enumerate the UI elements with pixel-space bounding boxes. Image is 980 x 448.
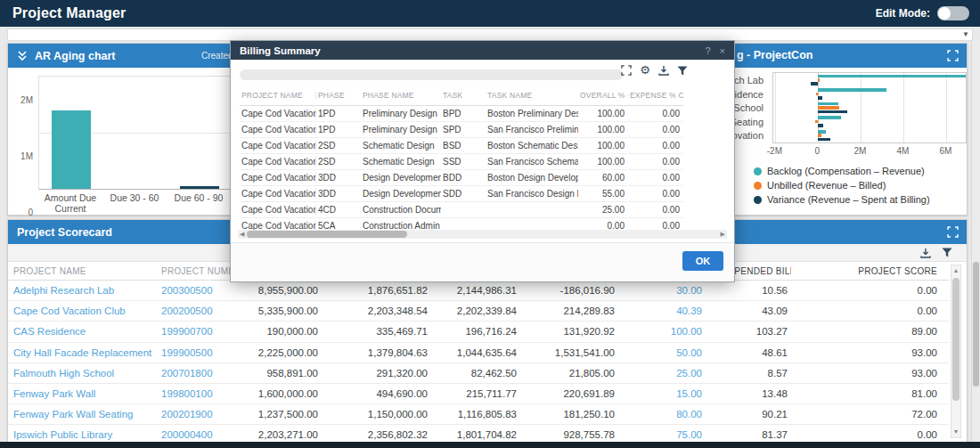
help-icon[interactable]: ? <box>705 45 710 56</box>
table-row[interactable]: Cape Cod Vacation Club2002005005,335,900… <box>8 301 949 322</box>
filter-icon[interactable] <box>942 248 952 257</box>
value-cell: 2,202,339.84 <box>431 305 520 316</box>
table-row[interactable]: City Hall Facade Replacement1999005002,2… <box>8 343 949 363</box>
value-cell: 81.37 <box>706 429 791 440</box>
project-number-link[interactable]: 199900700 <box>156 326 233 337</box>
expand-icon[interactable] <box>621 65 632 76</box>
scorecard-table-body: Adelphi Research Lab2003005008,955,900.0… <box>8 281 949 446</box>
scroll-down-icon[interactable]: ▼ <box>951 428 960 436</box>
modal-horizontal-scrollbar[interactable]: ◀ ▶ <box>238 230 727 239</box>
value-cell: 1,600,000.00 <box>233 388 322 399</box>
value-cell: 0.00 <box>791 429 941 440</box>
table-row[interactable]: Adelphi Research Lab2003005008,955,900.0… <box>8 281 949 301</box>
bar <box>818 130 825 134</box>
scrollbar-thumb[interactable] <box>952 278 960 401</box>
modal-column-headers: PROJECT NAMEPHASEPHASE NAMETASKTASK NAME… <box>240 86 683 106</box>
value-cell: 3DD <box>316 173 361 183</box>
project-number-link[interactable]: 200701800 <box>156 368 233 379</box>
bar <box>180 186 219 189</box>
x-category-label: Due 30 - 60 <box>102 192 167 214</box>
modal-titlebar[interactable]: Billing Summary ? × <box>231 41 734 60</box>
billing-panel-title: g - ProjectCon <box>737 44 813 68</box>
download-icon[interactable] <box>920 248 931 258</box>
column-header: OVERALL % COMPLETE <box>578 92 628 100</box>
table-row[interactable]: Cape Cod Vacation Club2SDSchematic Desig… <box>240 154 683 170</box>
project-name-link[interactable]: CAS Residence <box>8 326 156 337</box>
scroll-left-icon[interactable]: ◀ <box>240 230 244 239</box>
project-number-link[interactable]: 200300500 <box>156 285 233 296</box>
gear-icon[interactable]: ⚙ <box>640 65 650 76</box>
project-name-link[interactable]: Adelphi Research Lab <box>8 285 156 296</box>
value-cell: 80.00 <box>618 409 706 419</box>
scorecard-vertical-scrollbar[interactable]: ▲ ▼ <box>951 265 961 438</box>
table-row[interactable]: Cape Cod Vacation Club2SDSchematic Desig… <box>240 138 683 154</box>
bar <box>818 110 846 114</box>
page-vertical-scrollbar[interactable] <box>971 39 980 442</box>
bar <box>818 106 839 110</box>
project-name-link[interactable]: Fenway Park Wall <box>8 388 156 399</box>
value-cell: 0.00 <box>628 141 683 151</box>
project-name-link[interactable]: Ipswich Public Library <box>8 429 156 440</box>
gridline <box>861 73 862 143</box>
expand-icon[interactable] <box>947 50 959 61</box>
value-cell: 2,144,986.31 <box>431 285 520 296</box>
y-tick-label: 2M <box>10 95 33 105</box>
project-number-link[interactable]: 200000400 <box>156 429 233 440</box>
table-row[interactable]: Falmouth High School200701800958,891.002… <box>8 363 949 384</box>
modal-collapsed-filter-strip[interactable] <box>240 69 623 80</box>
billing-plot-area <box>772 72 967 143</box>
table-row[interactable]: Cape Cod Vacation Club3DDDesign Developm… <box>240 170 683 186</box>
scrollbar-thumb[interactable] <box>247 231 407 238</box>
collapsed-filter-strip[interactable]: ▼ <box>7 29 973 41</box>
value-cell: 50.00 <box>618 347 706 358</box>
column-header: PROJECT NAME <box>240 92 316 100</box>
value-cell: Cape Cod Vacation Club <box>240 141 316 151</box>
project-name-link[interactable]: Fenway Park Wall Seating <box>8 409 156 419</box>
project-name-link[interactable]: Cape Cod Vacation Club <box>8 305 156 316</box>
value-cell: SPD <box>441 125 486 134</box>
modal-table-body: Cape Cod Vacation Club1PDPreliminary Des… <box>240 106 683 234</box>
ok-button[interactable]: OK <box>682 251 723 271</box>
scrollbar-thumb[interactable] <box>973 262 979 387</box>
filter-icon[interactable] <box>677 66 688 76</box>
value-cell: 93.00 <box>791 347 941 358</box>
value-cell: 181,250.10 <box>520 409 618 419</box>
download-icon[interactable] <box>658 65 669 76</box>
scroll-right-icon[interactable]: ▶ <box>721 230 725 239</box>
table-row[interactable]: Fenway Park Wall1998001001,600,000.00494… <box>8 384 949 404</box>
table-row[interactable]: Cape Cod Vacation Club1PDPreliminary Des… <box>240 122 683 138</box>
value-cell: Cape Cod Vacation Club <box>240 157 316 167</box>
value-cell: Cape Cod Vacation Club <box>240 189 316 199</box>
value-cell: -186,016.90 <box>520 285 618 296</box>
project-name-link[interactable]: Falmouth High School <box>8 368 156 379</box>
table-row[interactable]: Fenway Park Wall Seating2002019001,237,5… <box>8 404 949 425</box>
table-row[interactable]: Cape Cod Vacation Club4CDConstruction Do… <box>240 202 683 218</box>
table-row[interactable]: Cape Cod Vacation Club1PDPreliminary Des… <box>240 106 683 122</box>
value-cell: 0.00 <box>628 109 683 118</box>
value-cell: 90.21 <box>706 409 791 419</box>
bar <box>818 124 823 127</box>
edit-mode-toggle[interactable] <box>937 6 969 20</box>
double-chevron-collapse-icon[interactable] <box>17 50 28 61</box>
legend-item: Backlog (Compensation – Revenue) <box>754 164 930 178</box>
value-cell: San Francisco Schematic Des <box>486 157 578 167</box>
project-number-link[interactable]: 200200500 <box>156 305 233 316</box>
column-header: TASK NAME <box>486 92 578 100</box>
expand-icon[interactable] <box>947 226 959 238</box>
edit-mode-control: Edit Mode: <box>876 0 969 27</box>
project-number-link[interactable]: 199800100 <box>156 388 233 399</box>
value-cell: 13.48 <box>706 388 791 399</box>
chevron-down-icon[interactable]: ▼ <box>962 30 969 39</box>
value-cell: 25.00 <box>618 368 706 379</box>
table-row[interactable]: Cape Cod Vacation Club3DDDesign Developm… <box>240 186 683 202</box>
close-icon[interactable]: × <box>720 45 725 56</box>
bar <box>818 102 838 106</box>
table-row[interactable]: CAS Residence199900700190,000.00335,469.… <box>8 322 949 342</box>
scroll-up-icon[interactable]: ▲ <box>951 266 960 275</box>
scorecard-title: Project Scorecard <box>17 226 112 239</box>
project-name-link[interactable]: City Hall Facade Replacement <box>8 347 156 358</box>
bar <box>52 110 91 189</box>
project-number-link[interactable]: 199900500 <box>156 347 233 358</box>
legend-label: Backlog (Compensation – Revenue) <box>767 166 925 176</box>
project-number-link[interactable]: 200201900 <box>156 409 233 419</box>
